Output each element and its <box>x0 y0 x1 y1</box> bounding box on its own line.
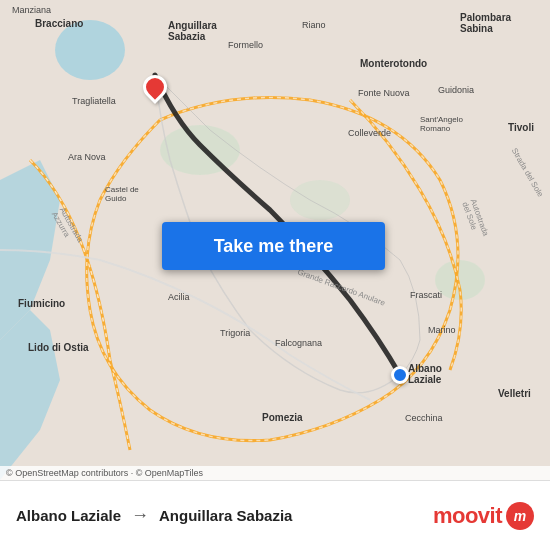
moovit-logo: moovit m <box>433 502 534 530</box>
map-label-fiumicino: Fiumicino <box>18 298 65 309</box>
map-label-guidonia: Guidonia <box>438 85 474 95</box>
map-label-tivoli: Tivoli <box>508 122 534 133</box>
map-label-velletri: Velletri <box>498 388 531 399</box>
svg-point-5 <box>290 180 350 220</box>
moovit-text: moovit <box>433 503 502 529</box>
map-label-pomezia: Pomezia <box>262 412 303 423</box>
map-label-albano: AlbanoLaziale <box>408 363 442 385</box>
origin-marker <box>391 366 409 384</box>
map-label-tragliatella: Tragliatella <box>72 96 116 106</box>
map-label-colleverde: Colleverde <box>348 128 391 138</box>
map-label-anguillara: AnguillaraSabazia <box>168 20 217 42</box>
route-to-label: Anguillara Sabazia <box>159 507 292 524</box>
map-label-monterotondo: Monterotondo <box>360 58 427 69</box>
map-container: Bracciano AnguillaraSabazia Manziana For… <box>0 0 550 480</box>
map-label-fonte-nuova: Fonte Nuova <box>358 88 410 98</box>
map-label-trigoria: Trigoria <box>220 328 250 338</box>
map-label-marino: Marino <box>428 325 456 335</box>
map-label-palombara: PalombaraSabina <box>460 12 511 34</box>
map-label-formello: Formello <box>228 40 263 50</box>
map-label-lido: Lido di Ostia <box>28 342 89 353</box>
route-from-label: Albano Laziale <box>16 507 121 524</box>
destination-marker <box>143 75 167 105</box>
map-label-riano: Riano <box>302 20 326 30</box>
map-label-castel: Castel deGuido <box>105 185 139 203</box>
route-arrow-icon: → <box>131 505 149 526</box>
map-label-frascati: Frascati <box>410 290 442 300</box>
map-label-manziana: Manziana <box>12 5 51 15</box>
map-label-santangelo: Sant'AngeloRomano <box>420 115 463 133</box>
moovit-icon: m <box>506 502 534 530</box>
attribution-text: © OpenStreetMap contributors · © OpenMap… <box>0 466 550 480</box>
map-label-falcognana: Falcognana <box>275 338 322 348</box>
svg-point-3 <box>55 20 125 80</box>
marker-pin-body <box>138 70 172 104</box>
map-label-cecchina: Cecchina <box>405 413 443 423</box>
bottom-bar: Albano Laziale → Anguillara Sabazia moov… <box>0 480 550 550</box>
take-me-there-button[interactable]: Take me there <box>162 222 385 270</box>
map-label-acilia: Acilia <box>168 292 190 302</box>
map-label-bracciano: Bracciano <box>35 18 83 29</box>
map-label-aranova: Ara Nova <box>68 152 106 162</box>
